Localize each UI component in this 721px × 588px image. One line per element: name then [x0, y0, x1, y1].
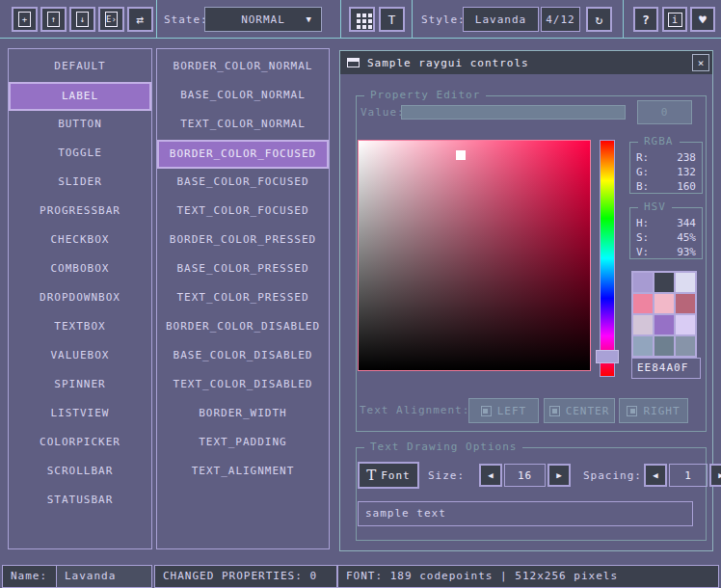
align-center-button[interactable]: CENTER [544, 398, 615, 423]
control-item-progressbar[interactable]: PROGRESSBAR [9, 198, 151, 227]
hsv-row: H:344 [636, 216, 696, 230]
size-increase-button[interactable]: ▶ [547, 464, 571, 487]
rgba-row: R:238 [636, 150, 696, 165]
color-swatch[interactable] [633, 315, 653, 334]
close-icon[interactable]: × [692, 54, 709, 71]
property-item-border_color_focused[interactable]: BORDER_COLOR_FOCUSED [157, 140, 329, 169]
property-item-border_color_pressed[interactable]: BORDER_COLOR_PRESSED [157, 227, 329, 255]
value-box[interactable]: 0 [637, 100, 692, 124]
property-item-text_color_normal[interactable]: TEXT_COLOR_NORMAL [157, 111, 329, 140]
control-item-label[interactable]: LABEL [9, 82, 151, 111]
value-slider[interactable] [401, 105, 626, 120]
controls-list-panel: DEFAULTLABELBUTTONTOGGLESLIDERPROGRESSBA… [8, 48, 152, 549]
open-file-button[interactable]: ↑ [40, 7, 67, 32]
color-swatch[interactable] [676, 336, 695, 356]
size-decrease-button[interactable]: ◀ [479, 464, 502, 487]
property-item-base_color_normal[interactable]: BASE_COLOR_NORMAL [157, 82, 329, 111]
hex-color-input[interactable]: EE84A0F [631, 358, 701, 379]
text-drawing-options-title: Text Drawing Options [364, 441, 522, 453]
font-info-segment: FONT: 189 codepoints | 512x256 pixels [337, 565, 719, 588]
align-center-icon [549, 406, 560, 416]
color-swatch[interactable] [676, 273, 695, 292]
color-saturation-value-panel[interactable] [358, 140, 591, 371]
hsv-row: V:93% [636, 245, 696, 259]
controls-list: DEFAULTLABELBUTTONTOGGLESLIDERPROGRESSBA… [9, 49, 151, 516]
help-icon: ? [642, 13, 650, 27]
state-dropdown[interactable]: NORMAL ▼ [204, 7, 322, 32]
control-item-slider[interactable]: SLIDER [9, 169, 151, 198]
color-swatch[interactable] [676, 294, 695, 313]
status-bar: Name: Lavanda CHANGED PROPERTIES: 0 FONT… [0, 565, 721, 588]
color-swatch[interactable] [654, 294, 674, 313]
spacing-decrease-button[interactable]: ◀ [644, 464, 667, 487]
info-button[interactable]: i [662, 7, 687, 32]
sample-controls-window: Sample raygui controls × Property Editor… [339, 50, 713, 551]
random-style-icon: ⇄ [137, 13, 145, 27]
property-item-text_color_disabled[interactable]: TEXT_COLOR_DISABLED [157, 371, 329, 400]
hue-slider-handle[interactable] [596, 350, 619, 363]
hsv-group: HSV H:344 S:45% V:93% [629, 207, 703, 259]
color-swatch[interactable] [654, 336, 674, 356]
control-item-checkbox[interactable]: CHECKBOX [9, 227, 151, 255]
sample-text-input[interactable]: sample text [358, 501, 693, 526]
hue-slider[interactable] [600, 140, 615, 377]
reload-icon: ↻ [596, 13, 603, 27]
property-item-text_color_focused[interactable]: TEXT_COLOR_FOCUSED [157, 198, 329, 227]
control-item-dropdownbox[interactable]: DROPDOWNBOX [9, 284, 151, 313]
property-item-border_color_normal[interactable]: BORDER_COLOR_NORMAL [157, 53, 329, 82]
property-item-text_padding[interactable]: TEXT_PADDING [157, 429, 329, 458]
new-file-button[interactable]: + [12, 7, 38, 32]
align-left-button[interactable]: LEFT [468, 398, 539, 423]
color-swatch[interactable] [676, 315, 695, 334]
text-mode-button[interactable]: T [379, 7, 405, 32]
help-button[interactable]: ? [633, 7, 658, 32]
reload-style-button[interactable]: ↻ [586, 7, 612, 32]
property-item-text_alignment[interactable]: TEXT_ALIGNMENT [157, 458, 329, 487]
control-item-default[interactable]: DEFAULT [9, 53, 151, 82]
control-item-spinner[interactable]: SPINNER [9, 371, 151, 400]
control-item-colorpicker[interactable]: COLORPICKER [9, 429, 151, 458]
export-file-button[interactable]: E› [98, 7, 124, 32]
window-titlebar[interactable]: Sample raygui controls × [340, 51, 712, 74]
color-swatch[interactable] [654, 315, 674, 334]
control-item-valuebox[interactable]: VALUEBOX [9, 342, 151, 371]
spacing-label: Spacing: [583, 469, 642, 482]
control-item-statusbar[interactable]: STATUSBAR [9, 487, 151, 516]
save-file-button[interactable]: ↓ [69, 7, 95, 32]
size-value-box[interactable]: 16 [504, 464, 546, 487]
control-item-toggle[interactable]: TOGGLE [9, 140, 151, 169]
control-item-combobox[interactable]: COMBOBOX [9, 255, 151, 284]
toolbar-divider [623, 0, 624, 39]
property-item-base_color_disabled[interactable]: BASE_COLOR_DISABLED [157, 342, 329, 371]
style-name-segment: Lavanda [56, 565, 152, 588]
color-swatch[interactable] [633, 294, 653, 313]
property-item-base_color_focused[interactable]: BASE_COLOR_FOCUSED [157, 169, 329, 198]
property-item-border_color_disabled[interactable]: BORDER_COLOR_DISABLED [157, 313, 329, 342]
properties-list: BORDER_COLOR_NORMALBASE_COLOR_NORMALTEXT… [157, 49, 329, 487]
property-item-base_color_pressed[interactable]: BASE_COLOR_PRESSED [157, 255, 329, 284]
spacing-value-box[interactable]: 1 [669, 464, 708, 487]
control-item-button[interactable]: BUTTON [9, 111, 151, 140]
style-counter-box[interactable]: 4/12 [541, 7, 580, 32]
text-mode-icon: T [388, 13, 396, 27]
align-right-button[interactable]: RIGHT [619, 398, 688, 423]
color-panel-marker[interactable] [456, 150, 466, 160]
control-item-textbox[interactable]: TEXTBOX [9, 313, 151, 342]
color-swatch[interactable] [654, 273, 674, 292]
property-item-text_color_pressed[interactable]: TEXT_COLOR_PRESSED [157, 284, 329, 313]
random-style-button[interactable]: ⇄ [127, 7, 153, 32]
control-item-listview[interactable]: LISTVIEW [9, 400, 151, 429]
property-item-border_width[interactable]: BORDER_WIDTH [157, 400, 329, 429]
spacing-increase-button[interactable]: ▶ [709, 464, 721, 487]
color-swatch[interactable] [633, 336, 653, 356]
value-box-text: 0 [661, 106, 669, 119]
rgba-row: B:160 [636, 179, 696, 194]
font-button[interactable]: T Font [358, 462, 419, 489]
style-name-box[interactable]: Lavanda [463, 7, 539, 32]
control-item-scrollbar[interactable]: SCROLLBAR [9, 458, 151, 487]
color-swatch[interactable] [633, 273, 653, 292]
grid-mode-button[interactable] [349, 7, 375, 32]
sponsor-button[interactable]: ♥ [690, 7, 715, 32]
spinner-right-icon: ▶ [556, 470, 561, 480]
hsv-row: S:45% [636, 230, 696, 245]
